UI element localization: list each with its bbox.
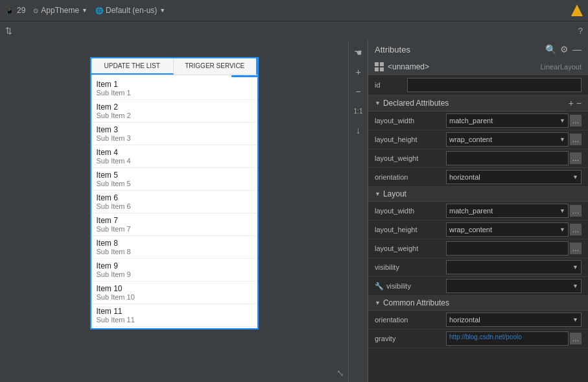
layout-layout-height-wrapper: wrap_content ▼ … <box>446 222 582 237</box>
layout-layout-weight-more-button[interactable]: … <box>570 243 582 254</box>
item-title: Item 4 <box>97 148 252 157</box>
visibility-wrench-dropdown[interactable]: ▼ <box>446 279 582 293</box>
visibility-wrench-value-wrapper: ▼ <box>446 279 582 293</box>
minus-tool-icon[interactable]: − <box>351 84 366 99</box>
common-section-title: Common Attributes <box>383 298 582 307</box>
version-indicator[interactable]: 📱 29 <box>5 6 25 15</box>
visibility-dropdown[interactable]: ▼ <box>446 260 582 274</box>
item-sub: Sub Item 4 <box>97 157 252 165</box>
layout-height-more-button[interactable]: … <box>570 134 582 145</box>
layout-width-more-button[interactable]: … <box>570 115 582 126</box>
layout-layout-height-row: layout_height wrap_content ▼ … <box>368 221 588 239</box>
item-sub: Sub Item 11 <box>97 316 252 324</box>
hand-tool-icon[interactable]: ☚ <box>351 45 366 60</box>
layout-layout-weight-row: layout_weight 1 … <box>368 239 588 258</box>
layout-width-key: layout_width <box>375 117 446 125</box>
orientation-value-wrapper: horizontal ▼ <box>446 170 582 184</box>
visibility-wrench-label: visibility <box>386 282 411 290</box>
wrench-icon: 🔧 <box>375 282 384 291</box>
add-declared-icon[interactable]: + <box>569 98 574 108</box>
remove-declared-icon[interactable]: − <box>576 98 582 108</box>
item-title: Item 3 <box>97 125 252 134</box>
layout-layout-height-more-button[interactable]: … <box>570 224 582 235</box>
item-title: Item 9 <box>97 261 252 270</box>
layout-layout-width-more-button[interactable]: … <box>570 205 582 217</box>
list-item: Item 5 Sub Item 5 <box>91 168 257 191</box>
orientation-dropdown[interactable]: horizontal ▼ <box>446 170 582 184</box>
visibility-key: visibility <box>375 263 446 271</box>
search-icon[interactable]: 🔍 <box>545 44 556 54</box>
chevron-down-icon: ▼ <box>559 208 565 214</box>
item-title: Item 2 <box>97 102 252 112</box>
warning-icon[interactable] <box>571 5 583 16</box>
right-toolbar: ☚ + − 1:1 ↓ <box>348 40 368 382</box>
help-icon[interactable]: ? <box>578 26 583 36</box>
layout-layout-width-dropdown[interactable]: match_parent ▼ <box>446 204 569 218</box>
common-gravity-row: gravity http://blog.csdn.net/poolo … <box>368 329 588 348</box>
item-sub: Sub Item 7 <box>97 225 252 233</box>
item-sub: Sub Item 10 <box>97 293 252 301</box>
add-tool-icon[interactable]: + <box>351 65 366 79</box>
attributes-title: Attributes <box>375 45 541 54</box>
layout-layout-weight-input[interactable]: 1 <box>446 241 569 256</box>
item-title: Item 5 <box>97 171 252 180</box>
common-gravity-url[interactable]: http://blog.csdn.net/poolo <box>446 331 569 346</box>
layout-layout-height-dropdown[interactable]: wrap_content ▼ <box>446 222 569 237</box>
chevron-down-icon: ▼ <box>82 7 88 14</box>
canvas-area: UPDATE THE LIST TRIGGER SERVICE Item 1 S… <box>10 51 338 372</box>
settings-icon[interactable]: ⚙ <box>560 44 569 54</box>
locale-selector[interactable]: 🌐 Default (en-us) ▼ <box>95 6 165 15</box>
resize-handle-icon[interactable]: ⤡ <box>336 368 344 378</box>
layout-height-key: layout_height <box>375 136 446 143</box>
item-sub: Sub Item 1 <box>97 89 252 97</box>
layout-height-dropdown[interactable]: wrap_content ▼ <box>446 132 569 147</box>
declared-layout-weight-row: layout_weight 1 … <box>368 149 588 168</box>
id-input[interactable] <box>407 78 582 92</box>
item-sub: Sub Item 6 <box>97 202 252 210</box>
common-orientation-row: orientation horizontal ▼ <box>368 311 588 329</box>
item-sub: Sub Item 9 <box>97 270 252 278</box>
globe-icon: 🌐 <box>95 7 103 14</box>
orientation-key: orientation <box>375 173 446 181</box>
item-sub: Sub Item 8 <box>97 248 252 256</box>
list-item: Item 11 Sub Item 11 <box>91 304 257 327</box>
layout-layout-height-key: layout_height <box>375 226 446 233</box>
update-list-button[interactable]: UPDATE THE LIST <box>91 58 174 75</box>
layout-weight-input[interactable]: 1 <box>446 151 569 165</box>
list-item: Item 3 Sub Item 3 <box>91 123 257 145</box>
list-item: Item 7 Sub Item 7 <box>91 213 257 236</box>
minimize-icon[interactable]: — <box>572 44 582 54</box>
common-orientation-wrapper: horizontal ▼ <box>446 313 582 327</box>
item-title: Item 7 <box>97 216 252 225</box>
trigger-service-button[interactable]: TRIGGER SERVICE <box>174 58 257 75</box>
layout-layout-width-row: layout_width match_parent ▼ … <box>368 202 588 221</box>
common-gravity-more-button[interactable]: … <box>570 333 582 344</box>
list-item: Item 6 Sub Item 6 <box>91 191 257 213</box>
element-name: <unnamed> <box>388 62 536 71</box>
common-gravity-key: gravity <box>375 335 446 342</box>
layout-visibility-wrench-row: 🔧 visibility ▼ <box>368 277 588 296</box>
down-tool-icon[interactable]: ↓ <box>351 123 366 137</box>
collapse-layout-icon[interactable]: ▼ <box>375 191 381 197</box>
layout-height-value-wrapper: wrap_content ▼ … <box>446 132 582 147</box>
layout-width-dropdown[interactable]: match_parent ▼ <box>446 113 569 128</box>
theme-selector[interactable]: ⊙ AppTheme ▼ <box>33 6 88 15</box>
collapse-declared-icon[interactable]: ▼ <box>375 100 381 106</box>
layout-section: ▼ Layout <box>368 187 588 202</box>
api-icon: 📱 <box>5 6 14 15</box>
declared-attributes-section: ▼ Declared Attributes + − <box>368 95 588 112</box>
move-icon[interactable]: ⇅ <box>5 26 12 36</box>
chevron-down-icon: ▼ <box>572 264 578 270</box>
theme-icon: ⊙ <box>33 7 38 14</box>
common-orientation-value: horizontal <box>449 316 480 324</box>
element-type: LinearLayout <box>540 63 582 71</box>
common-attributes-section: ▼ Common Attributes <box>368 296 588 311</box>
layout-weight-more-button[interactable]: … <box>570 152 582 164</box>
collapse-common-icon[interactable]: ▼ <box>375 300 381 306</box>
declared-layout-width-row: layout_width match_parent ▼ … <box>368 112 588 130</box>
item-sub: Sub Item 5 <box>97 180 252 187</box>
common-orientation-dropdown[interactable]: horizontal ▼ <box>446 313 582 327</box>
second-bar-icons: ? <box>578 26 583 36</box>
ratio-tool-icon[interactable]: 1:1 <box>351 104 366 118</box>
layout-layout-weight-wrapper: 1 … <box>446 241 582 256</box>
